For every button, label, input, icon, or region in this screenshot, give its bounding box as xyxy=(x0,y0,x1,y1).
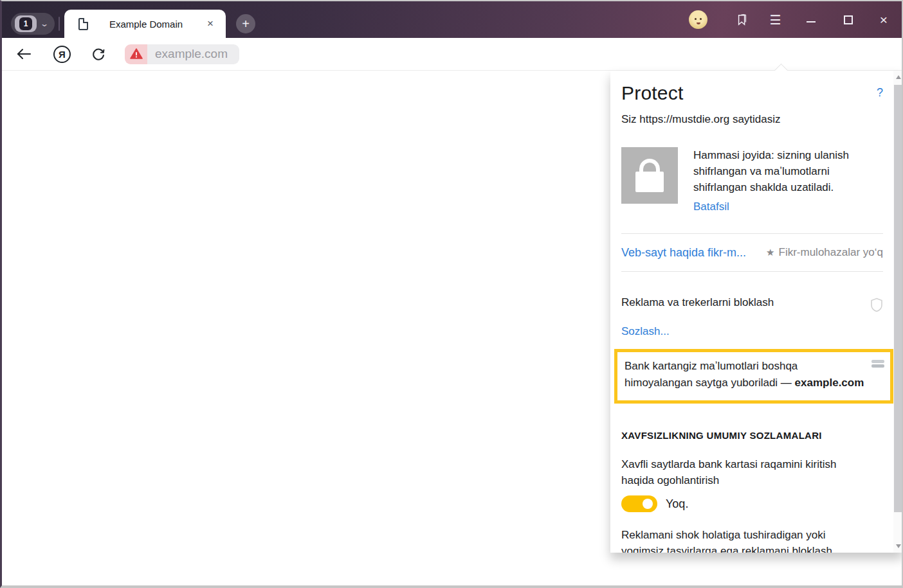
profile-avatar[interactable] xyxy=(689,10,707,29)
toggle-on[interactable] xyxy=(621,495,657,512)
setting-card-warning-toggle-row: Yoq. xyxy=(621,495,883,512)
chevron-down-icon: ⌄ xyxy=(40,19,49,28)
shield-icon xyxy=(870,298,883,315)
bank-card-icon xyxy=(871,360,884,368)
site-feedback-link[interactable]: Veb-sayt haqida fikr-m... xyxy=(621,246,746,260)
close-button[interactable]: × xyxy=(880,13,888,26)
back-button[interactable] xyxy=(16,48,32,60)
yandex-logo-icon[interactable]: Я xyxy=(53,46,71,63)
star-icon: ★ xyxy=(766,247,774,258)
url-field[interactable]: example.com xyxy=(147,44,239,64)
tab-title: Example Domain xyxy=(88,19,204,30)
tab-group-button[interactable]: 1 ⌄ xyxy=(11,13,55,35)
scrollbar-thumb[interactable] xyxy=(894,85,902,512)
adblock-settings-link[interactable]: Sozlash... xyxy=(621,325,670,338)
scroll-up-button[interactable] xyxy=(893,72,903,82)
help-link[interactable]: ? xyxy=(877,86,883,100)
security-warning-badge[interactable] xyxy=(125,44,147,64)
details-link[interactable]: Batafsil xyxy=(693,199,729,215)
security-settings-heading: XAVFSIZLIKNING UMUMIY SOZLAMALARI xyxy=(621,430,883,441)
titlebar-controls: ☰ × xyxy=(689,1,897,38)
menu-icon[interactable]: ☰ xyxy=(770,12,781,28)
panel-scrollbar[interactable] xyxy=(893,71,903,553)
adblock-title: Reklama va trekerlarni bloklash xyxy=(621,296,774,309)
address-bar[interactable]: example.com xyxy=(125,44,239,64)
setting-card-warning-label: Xavfli saytlarda bank kartasi raqamini k… xyxy=(621,456,883,488)
feedback-status: ★ Fikr-mulohazalar yoʻq xyxy=(766,246,883,259)
warning-domain: example.com xyxy=(795,377,864,389)
scroll-down-button[interactable] xyxy=(893,541,903,551)
connection-status-block: Hammasi joyida: sizning ulanish shifrlan… xyxy=(621,147,883,215)
site-status-text: Siz https://mustdie.org saytidasiz xyxy=(621,113,883,126)
reload-button[interactable] xyxy=(91,47,105,61)
toolbar: Я example.com ⋮ xyxy=(2,38,902,71)
toggle-knob xyxy=(643,499,653,509)
card-warning-highlight: Bank kartangiz maʼlumotlari boshqa himoy… xyxy=(614,349,893,404)
bookmarks-panel-icon[interactable] xyxy=(736,13,748,26)
new-tab-button[interactable]: + xyxy=(236,14,255,33)
page-icon xyxy=(78,18,88,30)
tabstrip-divider xyxy=(59,17,60,31)
minimize-button[interactable] xyxy=(807,17,816,22)
tab-group-badge: 1 xyxy=(15,15,37,32)
titlebar: 1 ⌄ Example Domain × + ☰ × xyxy=(2,1,902,38)
card-warning-text: Bank kartangiz maʼlumotlari boshqa himoy… xyxy=(625,358,886,391)
adblock-section: Reklama va trekerlarni bloklash xyxy=(621,296,883,315)
tab-close-icon[interactable]: × xyxy=(204,17,217,30)
protect-panel: Protect ? Siz https://mustdie.org saytid… xyxy=(610,71,903,553)
tab-example-domain[interactable]: Example Domain × xyxy=(64,10,226,38)
panel-title: Protect xyxy=(621,82,683,104)
feedback-status-text: Fikr-mulohazalar yoʻq xyxy=(779,246,884,259)
tab-count: 1 xyxy=(19,17,32,30)
setting-shock-ads-label: Reklamani shok holatiga tushiradigan yok… xyxy=(621,527,883,553)
maximize-button[interactable] xyxy=(844,15,853,24)
feedback-row: Veb-sayt haqida fikr-m... ★ Fikr-mulohaz… xyxy=(621,234,883,272)
connection-status-text: Hammasi joyida: sizning ulanish shifrlan… xyxy=(693,147,849,215)
url-text: example.com xyxy=(155,47,228,61)
lock-icon xyxy=(621,147,678,204)
browser-window: 1 ⌄ Example Domain × + ☰ × xyxy=(0,0,903,588)
toggle-state-label: Yoq. xyxy=(666,497,688,511)
